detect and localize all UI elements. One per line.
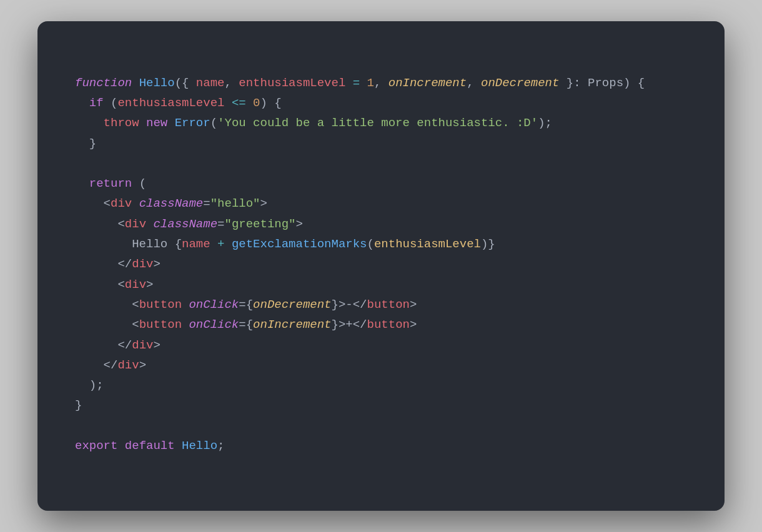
line-18 [75,419,82,433]
line-3: throw new Error('You could be a little m… [75,116,552,130]
line-15: </div> [75,358,146,372]
code-window: function Hello({ name, enthusiasmLevel =… [37,21,725,510]
line-19: export default Hello; [75,439,224,453]
line-7: <div className="hello"> [75,197,267,210]
line-11: <div> [75,278,153,292]
line-17: } [75,398,82,412]
line-2: if (enthusiasmLevel <= 0) { [75,96,282,110]
line-13: <button onClick={onIncrement}>+</button> [75,318,417,332]
line-5 [75,157,82,170]
line-16: ); [75,378,104,392]
line-12: <button onClick={onDecrement}>-</button> [75,298,417,312]
line-14: </div> [75,338,161,352]
line-4: } [75,137,96,150]
line-6: return ( [75,177,146,190]
line-1: function Hello({ name, enthusiasmLevel =… [75,76,645,90]
line-10: </div> [75,257,161,271]
line-8: <div className="greeting"> [75,217,303,231]
line-9: Hello {name + getExclamationMarks(enthus… [75,237,495,251]
code-content: function Hello({ name, enthusiasmLevel =… [75,52,687,476]
